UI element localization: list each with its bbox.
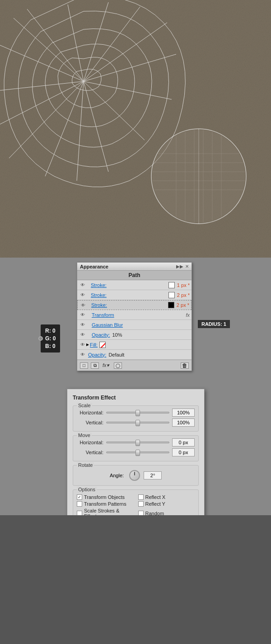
move-v-thumb[interactable]: [136, 450, 140, 456]
panel-title: Appearance: [80, 264, 108, 269]
gaussian-blur-row: 👁 Gaussian Blur RADIUS: 1: [77, 320, 192, 330]
stroke-label-1[interactable]: Stroke:: [91, 282, 167, 288]
reflect-y-checkbox[interactable]: [138, 501, 144, 507]
rotate-section: Rotate Angle:: [73, 465, 199, 486]
scale-vertical-row: Vertical:: [77, 418, 195, 427]
reflect-x-row: Reflect X: [138, 494, 195, 500]
stroke-row-2: 👁 Stroke: 2 px *: [77, 290, 192, 300]
scale-strokes-checkbox[interactable]: [77, 511, 82, 515]
transform-patterns-label: Transform Patterns: [84, 501, 126, 507]
rgb-r: R: 0: [45, 327, 56, 335]
reflect-y-label: Reflect Y: [145, 501, 165, 507]
stroke-value-3: 2 px *: [177, 302, 189, 308]
canvas-area: [0, 0, 271, 258]
move-h-slider[interactable]: [106, 442, 169, 443]
fill-expand-arrow[interactable]: ▶: [86, 343, 89, 347]
rotate-label: Rotate: [77, 462, 94, 468]
new-layer-icon[interactable]: □: [80, 362, 88, 369]
visibility-icon-8[interactable]: 👁: [79, 351, 86, 358]
scale-h-slider[interactable]: [106, 412, 169, 414]
panel-controls: ▶▶ ✕: [176, 264, 189, 269]
panel-header: Path: [77, 271, 192, 280]
radius-tooltip: RADIUS: 1: [198, 320, 230, 328]
gaussian-blur-label[interactable]: Gaussian Blur: [92, 322, 123, 328]
visibility-icon-5[interactable]: 👁: [79, 321, 86, 329]
transform-patterns-checkbox[interactable]: [77, 501, 82, 507]
scale-label: Scale: [77, 403, 92, 408]
angle-label: Angle:: [110, 473, 124, 478]
scale-h-input[interactable]: [172, 409, 195, 417]
visibility-icon-1[interactable]: 👁: [79, 282, 86, 289]
visibility-icon-4[interactable]: 👁: [79, 311, 86, 319]
reflect-x-checkbox[interactable]: [138, 494, 144, 500]
move-v-label: Vertical:: [77, 450, 106, 455]
delete-icon[interactable]: 🗑: [181, 362, 189, 369]
opacity-value-2: Default: [108, 352, 124, 357]
rgb-b: B: 0: [45, 343, 56, 350]
fill-row: 👁 ▶ Fill:: [77, 340, 192, 350]
stroke-row-1: 👁 Stroke: 1 px *: [77, 280, 192, 290]
angle-input[interactable]: [144, 471, 162, 479]
rgb-tooltip: R: 0 G: 0 B: 0: [41, 324, 60, 353]
move-section: Move Horizontal: Vertical:: [73, 435, 199, 461]
fill-label[interactable]: Fill:: [90, 342, 98, 348]
transform-effect-dialog: Transform Effect Scale Horizontal: Verti…: [67, 389, 205, 515]
move-h-label: Horizontal:: [77, 440, 106, 445]
move-v-slider[interactable]: [106, 451, 169, 453]
random-label: Random: [145, 511, 164, 515]
stroke-swatch-3[interactable]: [168, 302, 174, 308]
scale-h-label: Horizontal:: [77, 410, 106, 415]
rgb-g: G: 0: [45, 335, 56, 343]
reflect-y-row: Reflect Y: [138, 501, 195, 507]
scale-v-slider[interactable]: [106, 422, 169, 423]
options-section: Options ✓ Transform Objects Reflect X Tr…: [73, 489, 199, 515]
duplicate-icon[interactable]: ⧉: [91, 362, 99, 369]
opacity-row-2: 👁 Opacity: Default: [77, 350, 192, 360]
scale-v-input[interactable]: [172, 418, 195, 427]
svg-rect-21: [152, 130, 245, 223]
stroke-swatch-1[interactable]: [168, 282, 175, 288]
stroke-label-3[interactable]: Stroke:: [91, 302, 167, 308]
visibility-icon-3[interactable]: 👁: [79, 301, 87, 309]
transform-row: 👁 Transform fx: [77, 310, 192, 320]
options-label: Options: [77, 487, 97, 492]
fx-icon: fx: [186, 312, 190, 318]
visibility-icon-6[interactable]: 👁: [79, 331, 86, 338]
move-horizontal-row: Horizontal:: [77, 438, 195, 447]
scale-h-thumb[interactable]: [136, 410, 140, 416]
visibility-toggle-icon[interactable]: ◯: [114, 362, 122, 369]
visibility-icon-7[interactable]: 👁: [79, 341, 86, 348]
scale-horizontal-row: Horizontal:: [77, 409, 195, 417]
rotate-row: Angle:: [77, 468, 195, 483]
transform-objects-checkbox[interactable]: ✓: [77, 494, 82, 500]
move-v-input[interactable]: [172, 448, 195, 456]
opacity-label-2[interactable]: Opacity:: [88, 352, 106, 357]
panel-close-icon[interactable]: ✕: [185, 264, 189, 269]
transform-objects-label: Transform Objects: [84, 494, 125, 500]
fx-menu-icon[interactable]: fx▾: [103, 362, 109, 368]
panels-wrapper: R: 0 G: 0 B: 0 Appearance ▶▶ ✕ Path 👁 St…: [0, 258, 271, 515]
opacity-label-1[interactable]: Opacity:: [92, 332, 110, 338]
move-vertical-row: Vertical:: [77, 448, 195, 456]
stroke-label-2[interactable]: Stroke:: [91, 292, 167, 298]
appearance-panel: Appearance ▶▶ ✕ Path 👁 Stroke: 1 px * 👁 …: [77, 262, 192, 371]
visibility-icon-2[interactable]: 👁: [79, 291, 86, 299]
stroke-swatch-2[interactable]: [168, 292, 175, 298]
scale-v-label: Vertical:: [77, 420, 106, 425]
scale-v-thumb[interactable]: [136, 420, 140, 426]
move-h-input[interactable]: [172, 438, 195, 447]
move-label: Move: [77, 432, 92, 438]
move-h-thumb[interactable]: [136, 440, 140, 446]
dialog-title: Transform Effect: [73, 395, 199, 401]
rotate-dial[interactable]: [129, 470, 140, 481]
scale-section: Scale Horizontal: Vertical:: [73, 405, 199, 432]
stroke-row-3: 👁 Stroke: 2 px *: [77, 300, 192, 310]
transform-label[interactable]: Transform: [92, 312, 114, 318]
random-checkbox[interactable]: [138, 511, 144, 515]
panel-bottom-bar: □ ⧉ fx▾ ◯ 🗑: [77, 360, 192, 371]
stroke-value-1: 1 px *: [177, 282, 190, 288]
fill-swatch[interactable]: [99, 342, 106, 348]
opacity-row-1: 👁 Opacity: 10%: [77, 330, 192, 340]
transform-objects-row: ✓ Transform Objects: [77, 494, 134, 500]
panel-collapse-icon[interactable]: ▶▶: [176, 264, 183, 269]
